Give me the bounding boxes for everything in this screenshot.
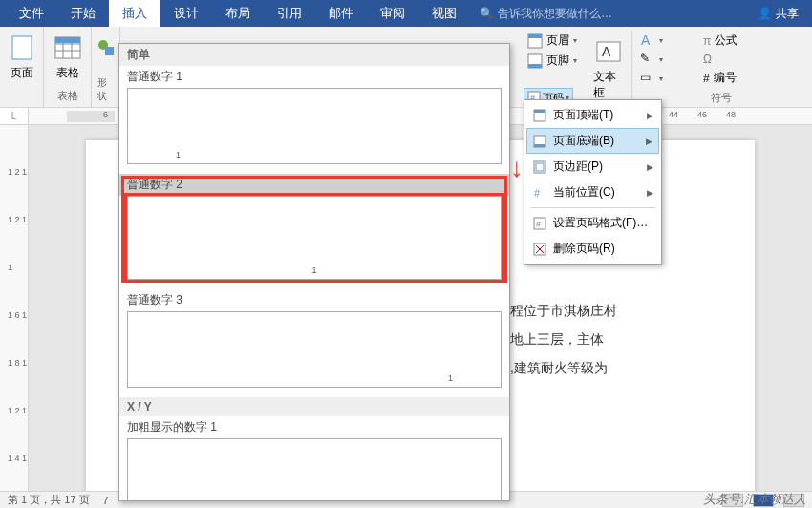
table-button[interactable]: 表格 — [49, 31, 87, 83]
textbox-label: 文本框 — [593, 69, 624, 101]
ruler-tick: 1 — [8, 263, 12, 272]
table-label: 表格 — [56, 65, 79, 81]
gallery-item-label[interactable]: 普通数字 3 — [119, 289, 509, 311]
tab-layout[interactable]: 布局 — [212, 0, 264, 27]
ruler-tick: 1 2 1 — [8, 215, 27, 224]
annotation-arrow: ↓ — [510, 153, 524, 183]
menubar: 文件 开始 插入 设计 布局 引用 邮件 审阅 视图 🔍 告诉我你想要做什么… … — [0, 0, 812, 27]
tab-design[interactable]: 设计 — [160, 0, 212, 27]
gallery-preview-selected[interactable]: 1 — [127, 196, 502, 280]
footer-icon — [527, 53, 543, 69]
gallery-preview[interactable]: 1 — [127, 311, 502, 388]
omega-icon: Ω — [703, 53, 712, 66]
svg-rect-10 — [528, 34, 542, 38]
submenu-label: 页边距(P) — [553, 159, 603, 175]
svg-text:A: A — [602, 44, 611, 59]
page-button[interactable]: 页面 — [3, 31, 41, 83]
object-icon: ▭ — [640, 71, 655, 86]
remove-icon — [532, 242, 547, 257]
chevron-down-icon: ▾ — [573, 56, 577, 65]
share-icon: 👤 — [758, 7, 772, 20]
page-bottom-icon — [532, 134, 547, 149]
footer-button[interactable]: 页脚 ▾ — [524, 51, 579, 71]
svg-rect-8 — [105, 47, 114, 55]
submenu-separator — [530, 207, 655, 208]
submenu-page-margin[interactable]: 页边距(P) ▶ — [526, 154, 659, 180]
chevron-down-icon: ▾ — [659, 36, 663, 45]
document-text[interactable]: 工程位于市淇杨庄村 混地上三层，主体 度,建筑耐火等级为 — [497, 296, 617, 382]
ruler-tick: 1 6 1 — [8, 310, 27, 320]
shapes-icon — [91, 32, 121, 63]
status-page[interactable]: 第 1 页，共 17 页 — [8, 493, 90, 507]
gallery-item-label[interactable]: 加粗显示的数字 1 — [119, 416, 509, 438]
svg-text:#: # — [536, 220, 541, 229]
equation-label: 公式 — [715, 32, 737, 49]
svg-rect-21 — [534, 144, 545, 147]
submenu-label: 页面底端(B) — [553, 133, 614, 149]
submenu-page-top[interactable]: 页面顶端(T) ▶ — [526, 102, 659, 128]
symbol-group-label: 符号 — [711, 91, 732, 105]
chevron-right-icon: ▶ — [646, 137, 652, 146]
page-top-icon — [532, 108, 547, 123]
table-icon — [53, 32, 83, 63]
gallery-item-label[interactable]: 普通数字 2 — [119, 174, 509, 196]
ruler-tick: 6 — [103, 110, 108, 119]
object-button[interactable]: ▭▾ — [636, 69, 694, 88]
tab-review[interactable]: 审阅 — [367, 0, 418, 27]
submenu-label: 删除页码(R) — [553, 241, 615, 257]
dropcap-button[interactable]: A▾ — [636, 31, 694, 50]
symbol-group: π公式 Ω #编号 — [699, 31, 766, 88]
ruler-tick: 48 — [726, 110, 736, 119]
page-margin-icon — [532, 159, 547, 175]
watermark: 头条号:汇本领达人 — [703, 491, 806, 508]
gallery-section-header: X / Y — [119, 397, 509, 416]
doc-line: 混地上三层，主体 — [497, 325, 617, 353]
tab-references[interactable]: 引用 — [264, 0, 315, 27]
share-button[interactable]: 👤 共享 — [758, 6, 799, 22]
submenu-label: 设置页码格式(F)… — [553, 215, 648, 231]
misc-buttons: A▾ ✎▾ ▭▾ — [636, 31, 694, 88]
equation-icon: π — [703, 34, 711, 48]
header-button[interactable]: 页眉 ▾ — [524, 31, 579, 51]
gallery-preview[interactable]: 1 — [127, 88, 502, 164]
status-wordcount[interactable]: 7 — [103, 495, 109, 506]
number-icon: # — [703, 72, 710, 85]
submenu-format-page-numbers[interactable]: # 设置页码格式(F)… — [526, 210, 659, 236]
page-label: 页面 — [11, 65, 33, 81]
shapes-label: 形状 — [97, 76, 114, 103]
tell-me[interactable]: 🔍 告诉我你想要做什么… — [480, 6, 612, 22]
submenu-current-position[interactable]: # 当前位置(C) ▶ — [526, 180, 659, 205]
chevron-right-icon: ▶ — [647, 188, 653, 198]
gallery-preview[interactable]: 1/1 — [127, 438, 502, 500]
page-icon — [7, 32, 37, 63]
submenu-remove-page-numbers[interactable]: 删除页码(R) — [526, 236, 659, 262]
tab-mailings[interactable]: 邮件 — [315, 0, 367, 27]
ruler-tick: 1 2 1 — [8, 406, 27, 415]
chevron-right-icon: ▶ — [647, 162, 653, 172]
header-label: 页眉 — [546, 32, 569, 49]
signature-button[interactable]: ✎▾ — [636, 50, 694, 69]
svg-text:A: A — [641, 32, 651, 48]
number-button[interactable]: #编号 — [699, 68, 766, 88]
gallery-item-label[interactable]: 普通数字 1 — [119, 66, 509, 88]
equation-button[interactable]: π公式 — [699, 31, 766, 51]
textbox-group: A 文本框 — [585, 31, 632, 107]
share-label: 共享 — [776, 6, 799, 22]
doc-line: 工程位于市淇杨庄村 — [497, 296, 617, 325]
tab-view[interactable]: 视图 — [418, 0, 470, 27]
svg-rect-19 — [534, 110, 545, 113]
symbol-button[interactable]: Ω — [699, 51, 766, 68]
ruler-tick: 46 — [697, 110, 707, 119]
tab-home[interactable]: 开始 — [57, 0, 109, 27]
textbox-button[interactable]: A 文本框 — [589, 34, 628, 103]
ruler-vertical[interactable]: 1 2 1 1 2 1 1 1 6 1 1 8 1 1 2 1 1 4 1 — [0, 125, 29, 491]
ruler-tick: 1 8 1 — [8, 358, 27, 368]
page-number-gallery: 简单 普通数字 1 1 普通数字 2 1 普通数字 3 1 X / Y 加粗显示… — [118, 43, 510, 501]
tab-insert[interactable]: 插入 — [109, 0, 160, 27]
table-group-label: 表格 — [57, 89, 78, 103]
header-footer-group: 页眉 ▾ 页脚 ▾ — [524, 31, 579, 71]
search-icon: 🔍 — [480, 7, 494, 20]
submenu-page-bottom[interactable]: 页面底端(B) ▶ — [526, 128, 659, 154]
ruler-tick: 1 2 1 — [8, 167, 27, 177]
tab-file[interactable]: 文件 — [6, 0, 57, 27]
